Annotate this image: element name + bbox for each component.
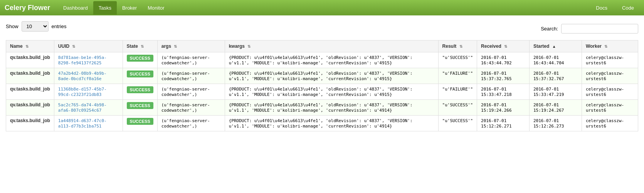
cell-state: SUCCESS <box>123 52 157 68</box>
col-received[interactable]: Received ⇅ <box>477 40 530 52</box>
cell-result-text: "u'FAILURE'" <box>442 71 473 76</box>
cell-uuid-text: 47a2b4d2-08b9-4b9b-8ade-0bcd7cf0a16e <box>58 71 107 81</box>
cell-name-text: qv.tasks.build_job <box>10 70 50 76</box>
search-input[interactable] <box>561 24 638 34</box>
col-state[interactable]: State ⇅ <box>123 40 157 52</box>
cell-name-text: qv.tasks.build_job <box>10 118 50 123</box>
cell-started-text: 2016-07-01 16:43:44.704 <box>533 55 564 65</box>
sort-received-icon: ⇅ <box>504 44 507 49</box>
col-name[interactable]: Name ⇅ <box>6 40 54 52</box>
cell-args: (u'fengniao-server-codewatcher',) <box>157 84 225 100</box>
tasks-table: Name ⇅ UUID ⇅ State ⇅ args ⇅ kwargs ⇅ Re… <box>6 40 638 131</box>
cell-worker: celery@classzw-urstest6 <box>582 84 638 100</box>
cell-state: SUCCESS <box>123 100 157 116</box>
state-badge: SUCCESS <box>127 70 153 77</box>
table-row: qv.tasks.build_job11368b8e-d157-45b7-99c… <box>6 84 638 100</box>
cell-args: (u'fengniao-server-codewatcher',) <box>157 68 225 84</box>
state-badge: SUCCESS <box>127 55 153 62</box>
cell-uuid: 47a2b4d2-08b9-4b9b-8ade-0bcd7cf0a16e <box>54 68 123 84</box>
cell-uuid-text: 11368b8e-d157-45b7-99cd-c2323f21db83 <box>58 87 107 97</box>
cell-kwargs: {PRODUCT: u\u4f01\u4e1a\u6613\u4fe1', 'o… <box>225 116 438 131</box>
col-args[interactable]: args ⇅ <box>157 40 225 52</box>
cell-received: 2016-07-01 15:37:32.765 <box>477 68 530 84</box>
cell-worker: celery@classzw-urstest6 <box>582 52 638 68</box>
cell-worker-text: celery@classzw-urstest6 <box>586 55 624 65</box>
entries-select[interactable]: 10 25 50 100 <box>22 21 49 32</box>
nav-dashboard[interactable]: Dashboard <box>58 1 93 15</box>
table-row: qv.tasks.build_job1a448914-d637-47c0-a11… <box>6 116 638 131</box>
cell-result-text: "u'SUCCESS'" <box>442 55 473 60</box>
cell-received: 2016-07-01 16:43:44.702 <box>477 52 530 68</box>
cell-args: (u'fengniao-server-codewatcher',) <box>157 52 225 68</box>
cell-state: SUCCESS <box>123 116 157 131</box>
cell-args-text: (u'fengniao-server-codewatcher',) <box>161 118 210 129</box>
cell-worker-text: celery@classzw-urstest6 <box>586 87 624 97</box>
cell-kwargs-text: {PRODUCT: u\u4f01\u4e1a\u6613\u4fe1', 'o… <box>229 118 413 129</box>
cell-args-text: (u'fengniao-server-codewatcher',) <box>161 55 210 65</box>
cell-received-text: 2016-07-01 15:19:24.266 <box>481 102 511 113</box>
sort-state-icon: ⇅ <box>141 44 144 49</box>
entries-label: entries <box>52 23 67 29</box>
cell-result: "u'SUCCESS'" <box>438 100 477 116</box>
state-badge: SUCCESS <box>127 86 153 93</box>
cell-started-text: 2016-07-01 15:33:47.219 <box>533 87 564 97</box>
sort-started-icon: ▲ <box>552 44 556 49</box>
cell-name: qv.tasks.build_job <box>6 100 54 116</box>
cell-received-text: 2016-07-01 16:43:44.702 <box>481 55 511 65</box>
cell-args: (u'fengniao-server-codewatcher',) <box>157 100 225 116</box>
nav-docs[interactable]: Docs <box>590 1 613 15</box>
cell-worker-text: celery@classzw-urstest6 <box>586 71 624 81</box>
cell-args-text: (u'fengniao-server-codewatcher',) <box>161 71 210 81</box>
table-row: qv.tasks.build_job8d781aae-be1e-495a-829… <box>6 52 638 68</box>
cell-received-text: 2016-07-01 15:33:47.218 <box>481 87 511 97</box>
cell-received: 2016-07-01 15:12:26.271 <box>477 116 530 131</box>
cell-started: 2016-07-01 15:33:47.219 <box>529 84 582 100</box>
col-kwargs[interactable]: kwargs ⇅ <box>225 40 438 52</box>
search-label: Search: <box>541 26 558 32</box>
cell-started-text: 2016-07-01 15:37:32.767 <box>533 71 564 81</box>
cell-args: (u'fengniao-server-codewatcher',) <box>157 116 225 131</box>
sort-kwargs-icon: ⇅ <box>247 44 251 49</box>
state-badge: SUCCESS <box>127 102 153 109</box>
cell-kwargs-text: {PRODUCT: u\u4f01\u4e1a\u6613\u4fe1', 'o… <box>229 71 413 81</box>
nav-broker[interactable]: Broker <box>117 1 142 15</box>
cell-uuid-text: 1a448914-d637-47c0-a113-d77b3c1ba751 <box>58 118 107 129</box>
table-header-row: Name ⇅ UUID ⇅ State ⇅ args ⇅ kwargs ⇅ Re… <box>6 40 638 52</box>
cell-uuid: 11368b8e-d157-45b7-99cd-c2323f21db83 <box>54 84 123 100</box>
cell-name-text: qv.tasks.build_job <box>10 55 50 60</box>
nav-tasks[interactable]: Tasks <box>93 1 117 15</box>
cell-uuid: 5ac2c765-da74-4b98-afa6-807c09254c67 <box>54 100 123 116</box>
sort-result-icon: ⇅ <box>459 44 462 49</box>
show-entries: Show 10 25 50 100 entries <box>6 21 67 32</box>
cell-started: 2016-07-01 15:19:24.267 <box>529 100 582 116</box>
cell-result: "u'SUCCESS'" <box>438 116 477 131</box>
cell-name-text: qv.tasks.build_job <box>10 86 50 92</box>
col-uuid[interactable]: UUID ⇅ <box>54 40 123 52</box>
state-badge: SUCCESS <box>127 118 153 125</box>
cell-name-text: qv.tasks.build_job <box>10 102 50 107</box>
col-started[interactable]: Started ▲ <box>529 40 582 52</box>
cell-received-text: 2016-07-01 15:12:26.271 <box>481 118 511 129</box>
col-result[interactable]: Result ⇅ <box>438 40 477 52</box>
cell-state: SUCCESS <box>123 84 157 100</box>
navbar: Celery Flower Dashboard Tasks Broker Mon… <box>0 0 644 15</box>
cell-result: "u'FAILURE'" <box>438 84 477 100</box>
cell-result-text: "u'SUCCESS'" <box>442 118 473 123</box>
cell-result-text: "u'FAILURE'" <box>442 87 473 92</box>
cell-result-text: "u'SUCCESS'" <box>442 102 473 107</box>
cell-name: qv.tasks.build_job <box>6 84 54 100</box>
cell-uuid-text: 8d781aae-be1e-495a-8298-fe94137f2625 <box>58 55 107 65</box>
cell-kwargs: {PRODUCT: u\u4f01\u4e1a\u6613\u4fe1', 'o… <box>225 52 438 68</box>
cell-kwargs: {PRODUCT: u\u4f01\u4e1a\u6613\u4fe1', 'o… <box>225 100 438 116</box>
col-worker[interactable]: Worker ⇅ <box>582 40 638 52</box>
nav-code[interactable]: Code <box>617 1 639 15</box>
cell-started-text: 2016-07-01 15:12:26.273 <box>533 118 564 129</box>
cell-uuid: 8d781aae-be1e-495a-8298-fe94137f2625 <box>54 52 123 68</box>
cell-worker: celery@classzw-urstest6 <box>582 100 638 116</box>
cell-name: qv.tasks.build_job <box>6 52 54 68</box>
nav-monitor[interactable]: Monitor <box>142 1 170 15</box>
cell-result: "u'SUCCESS'" <box>438 52 477 68</box>
cell-started: 2016-07-01 15:12:26.273 <box>529 116 582 131</box>
cell-uuid-text: 5ac2c765-da74-4b98-afa6-807c09254c67 <box>58 102 107 113</box>
sort-name-icon: ⇅ <box>25 44 29 49</box>
